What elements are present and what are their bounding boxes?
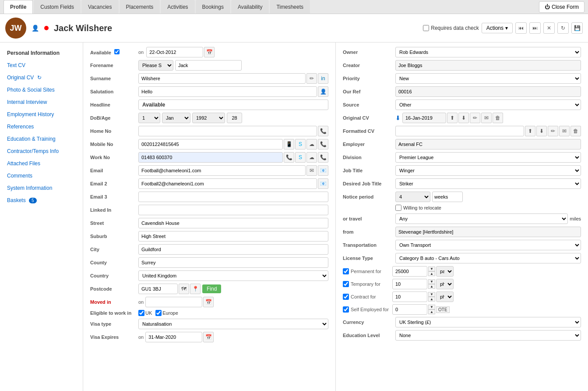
permanent-for-unit-select[interactable]: pa	[436, 266, 454, 277]
original-cv-email-icon[interactable]: ✉	[481, 113, 492, 123]
close-icon-btn[interactable]: ✕	[543, 22, 555, 34]
original-cv-download2-icon[interactable]: ⬇	[458, 113, 469, 123]
contract-for-up-btn[interactable]: ▲	[428, 297, 435, 302]
original-cv-date-input[interactable]	[402, 113, 446, 123]
available-date-input[interactable]	[146, 47, 203, 57]
mobile-no-input[interactable]	[138, 139, 283, 149]
mobile-cloud-icon[interactable]: ☁	[306, 139, 317, 149]
temporary-for-down-btn[interactable]: ▼	[428, 279, 435, 284]
contract-for-down-btn[interactable]: ▼	[428, 292, 435, 297]
dob-month-select[interactable]: Jan	[162, 113, 190, 123]
work-no-input[interactable]	[138, 152, 283, 163]
linkedin-surname-icon[interactable]: in	[318, 73, 328, 84]
country-select[interactable]: United Kingdom	[138, 270, 328, 281]
willing-relocate-checkbox[interactable]	[395, 205, 401, 211]
sidebar-item-photo-social[interactable]: Photo & Social Sites	[0, 84, 83, 96]
tab-placements[interactable]: Placements	[120, 0, 160, 14]
sidebar-item-attached-files[interactable]: Attached Files	[0, 157, 83, 170]
visa-type-select[interactable]: Naturalisation	[138, 319, 328, 329]
email-send-icon[interactable]: ✉	[306, 165, 317, 176]
requires-data-check-checkbox[interactable]	[423, 25, 429, 31]
permanent-for-down-btn[interactable]: ▼	[428, 267, 435, 271]
requires-data-check-label[interactable]: Requires data check	[423, 25, 479, 31]
original-cv-edit-icon[interactable]: ✏	[470, 113, 480, 123]
tab-timesheets[interactable]: Timesheets	[270, 0, 310, 14]
temporary-for-input[interactable]	[392, 279, 427, 289]
visa-expires-date-input[interactable]	[145, 332, 202, 342]
permanent-for-input[interactable]	[392, 266, 427, 277]
contract-for-checkbox[interactable]	[343, 294, 349, 300]
division-select[interactable]: Premier League	[395, 152, 581, 163]
sidebar-item-education-training[interactable]: Education & Training	[0, 133, 83, 145]
formatted-cv-email-icon[interactable]: ✉	[559, 126, 570, 136]
tab-custom-fields[interactable]: Custom Fields	[34, 0, 81, 14]
email-envelope-icon[interactable]: 📧	[318, 165, 328, 176]
tab-profile[interactable]: Profile	[4, 0, 33, 14]
notice-period-num-select[interactable]: 4	[395, 192, 430, 202]
currency-select[interactable]: UK Sterling (£)	[395, 317, 581, 327]
permanent-for-up-btn[interactable]: ▲	[428, 271, 435, 276]
sidebar-item-references[interactable]: References	[0, 121, 83, 133]
dob-year-select[interactable]: 1992	[192, 113, 225, 123]
suburb-input[interactable]	[138, 231, 328, 242]
self-employed-for-up-btn[interactable]: ▲	[428, 309, 435, 314]
formatted-cv-upload-icon[interactable]: ⬆	[525, 126, 535, 136]
salutation-person-icon[interactable]: 👤	[318, 86, 328, 97]
refresh-icon-btn[interactable]: ↻	[557, 22, 569, 34]
forename-input[interactable]	[175, 60, 242, 71]
email2-input[interactable]	[138, 178, 317, 189]
contract-for-unit-select[interactable]: ph	[436, 291, 454, 302]
forename-prefix-select[interactable]: Please S	[138, 60, 173, 71]
surname-input[interactable]	[138, 73, 306, 84]
moved-in-calendar-icon[interactable]: 📅	[203, 297, 214, 307]
linkedin-input[interactable]	[138, 205, 328, 215]
temporary-for-unit-select[interactable]: ph	[436, 279, 454, 289]
self-employed-for-input[interactable]	[392, 304, 427, 315]
work-skype-icon[interactable]: S	[295, 152, 306, 163]
visa-expires-calendar-icon[interactable]: 📅	[203, 332, 214, 342]
city-input[interactable]	[138, 244, 328, 255]
pin-icon[interactable]: 📍	[190, 284, 201, 294]
formatted-cv-download-icon[interactable]: ⬇	[536, 126, 547, 136]
contract-for-input[interactable]	[392, 291, 427, 302]
nav-first-button[interactable]: ⏮	[515, 22, 527, 34]
mobile-icon[interactable]: 📱	[284, 139, 294, 149]
formatted-cv-delete-icon[interactable]: 🗑	[570, 126, 581, 136]
edit-surname-icon[interactable]: ✏	[306, 73, 317, 84]
job-title-select[interactable]: Winger	[395, 165, 581, 176]
self-employed-for-checkbox[interactable]	[343, 306, 349, 313]
home-no-input[interactable]	[138, 126, 317, 136]
formatted-cv-edit-icon[interactable]: ✏	[548, 126, 558, 136]
available-checkbox[interactable]	[114, 49, 120, 54]
county-input[interactable]	[138, 257, 328, 268]
transportation-select[interactable]: Own Transport	[395, 240, 581, 250]
sidebar-item-system-information[interactable]: System Information	[0, 182, 83, 194]
street-input[interactable]	[138, 218, 328, 228]
dob-day-select[interactable]: 1	[138, 113, 160, 123]
salutation-input[interactable]	[138, 86, 317, 97]
work-phone-icon[interactable]: 📞	[284, 152, 294, 163]
education-level-select[interactable]: None	[395, 330, 581, 341]
permanent-for-checkbox[interactable]	[343, 268, 349, 274]
home-phone-icon[interactable]: 📞	[318, 126, 328, 136]
mobile-skype-icon[interactable]: S	[295, 139, 306, 149]
sidebar-item-contractor-temps[interactable]: Contractor/Temps Info	[0, 145, 83, 157]
temporary-for-up-btn[interactable]: ▲	[428, 284, 435, 289]
sidebar-item-text-cv[interactable]: Text CV	[0, 59, 83, 71]
email3-input[interactable]	[138, 192, 328, 202]
tab-activities[interactable]: Activities	[161, 0, 194, 14]
email-input[interactable]	[138, 165, 306, 176]
nav-prev-button[interactable]: ⏭	[529, 22, 541, 34]
sidebar-item-employment-history[interactable]: Employment History	[0, 108, 83, 121]
moved-in-date-input[interactable]	[145, 297, 202, 307]
original-cv-download-arrow[interactable]: ⬇	[395, 114, 401, 121]
eligible-uk-checkbox[interactable]	[138, 310, 144, 316]
sidebar-item-internal-interview[interactable]: Internal Interview	[0, 96, 83, 108]
temporary-for-checkbox[interactable]	[343, 281, 349, 287]
close-form-button[interactable]: ⏻ Close Form	[539, 1, 584, 13]
tab-vacancies[interactable]: Vacancies	[81, 0, 118, 14]
save-icon-btn[interactable]: 💾	[571, 22, 583, 34]
actions-button[interactable]: Actions ▾	[482, 23, 513, 33]
work-phone2-icon[interactable]: 📞	[318, 152, 328, 163]
self-employed-for-down-btn[interactable]: ▼	[428, 305, 435, 309]
